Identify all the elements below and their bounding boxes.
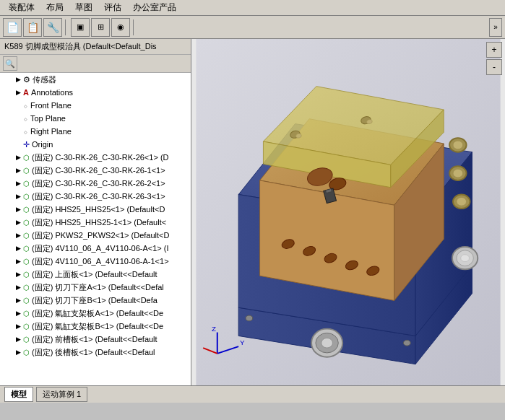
zoom-in-btn[interactable]: +	[486, 42, 502, 58]
comp-label-4: (固定) HHS25_HHS25<1> (Default<D	[32, 204, 165, 215]
expand-c12: ▶	[14, 310, 22, 317]
comp-label-15: (固定) 後槽板<1> (Default<<Defaul	[32, 347, 155, 358]
tree-header: K589 切脚成型模治具 (Default<Default_Dis	[0, 39, 191, 55]
tree-item-origin[interactable]: ✛ Origin	[0, 138, 191, 151]
expand-arrow-5	[14, 128, 22, 135]
model-view[interactable]: Y Z + -	[191, 39, 505, 385]
plane-icon-3: ⬦	[23, 127, 28, 136]
expand-arrow-6	[14, 141, 22, 148]
tree-item-annotations[interactable]: ▶ A Annotations	[0, 86, 191, 99]
comp-icon-0: ⬡	[23, 154, 30, 162]
tree-item-comp-11[interactable]: ▶ ⬡ (固定) 切刀下座B<1> (Default<Defa	[0, 294, 191, 307]
tree-item-comp-8[interactable]: ▶ ⬡ (固定) 4V110_06_A_4V110-06-A-1<1>	[0, 255, 191, 268]
toolbar-btn-6[interactable]: ◉	[111, 18, 130, 37]
comp-icon-1: ⬡	[23, 167, 30, 175]
tree-item-comp-9[interactable]: ▶ ⬡ (固定) 上面板<1> (Default<<Default	[0, 268, 191, 281]
model-svg: Y Z	[191, 39, 505, 385]
toolbar-btn-1[interactable]: 📄	[3, 18, 22, 37]
tree-item-comp-5[interactable]: ▶ ⬡ (固定) HHS25_HHS25-1<1> (Default<	[0, 216, 191, 229]
tree-item-comp-1[interactable]: ▶ ⬡ (固定) C-30-RK-26_C-30-RK-26-1<1>	[0, 164, 191, 177]
tree-label: 传感器	[33, 74, 56, 85]
tree-item-comp-15[interactable]: ▶ ⬡ (固定) 後槽板<1> (Default<<Defaul	[0, 346, 191, 359]
toolbar-separator	[65, 19, 68, 35]
tree-item-comp-4[interactable]: ▶ ⬡ (固定) HHS25_HHS25<1> (Default<D	[0, 203, 191, 216]
expand-arrow-3	[14, 102, 22, 109]
toolbar-btn-4[interactable]: ▣	[71, 18, 90, 37]
tree-item-comp-7[interactable]: ▶ ⬡ (固定) 4V110_06_A_4V110-06-A<1> (I	[0, 242, 191, 255]
menu-office[interactable]: 办公室产品	[127, 0, 182, 15]
comp-label-8: (固定) 4V110_06_A_4V110-06-A-1<1>	[32, 256, 169, 267]
expand-c10: ▶	[14, 284, 22, 291]
expand-c2: ▶	[14, 180, 22, 187]
status-tab-motion[interactable]: 运动算例 1	[36, 387, 87, 402]
comp-icon-10: ⬡	[23, 284, 30, 292]
expand-arrow-4	[14, 115, 22, 122]
tree-item-comp-3[interactable]: ▶ ⬡ (固定) C-30-RK-26_C-30-RK-26-3<1>	[0, 190, 191, 203]
tree-item-right-plane[interactable]: ⬦ Right Plane	[0, 125, 191, 138]
tree-label-4: Top Plane	[30, 114, 66, 123]
expand-c14: ▶	[14, 336, 22, 343]
tree-label-5: Right Plane	[30, 127, 72, 136]
comp-label-11: (固定) 切刀下座B<1> (Default<Defa	[32, 295, 157, 306]
menu-layout[interactable]: 布局	[40, 0, 69, 15]
comp-icon-14: ⬡	[23, 336, 30, 344]
main-area: K589 切脚成型模治具 (Default<Default_Dis 🔍 ▶ ⚙ …	[0, 39, 505, 385]
tree-item-sensors[interactable]: ▶ ⚙ 传感器	[0, 73, 191, 86]
expand-c6: ▶	[14, 232, 22, 239]
toolbar-btn-2[interactable]: 📋	[23, 18, 42, 37]
expand-c9: ▶	[14, 271, 22, 278]
comp-icon-3: ⬡	[23, 193, 30, 201]
expand-arrow: ▶	[14, 76, 22, 83]
comp-label-1: (固定) C-30-RK-26_C-30-RK-26-1<1>	[32, 165, 165, 176]
comp-label-14: (固定) 前槽板<1> (Default<<Default	[32, 334, 157, 345]
plane-icon-1: ⬦	[23, 101, 28, 110]
tree-item-comp-2[interactable]: ▶ ⬡ (固定) C-30-RK-26_C-30-RK-26-2<1>	[0, 177, 191, 190]
tree-item-comp-14[interactable]: ▶ ⬡ (固定) 前槽板<1> (Default<<Default	[0, 333, 191, 346]
tree-item-comp-6[interactable]: ▶ ⬡ (固定) PKWS2_PKWS2<1> (Default<D	[0, 229, 191, 242]
tree-icons-row: 🔍	[0, 55, 191, 73]
expand-c7: ▶	[14, 245, 22, 252]
menu-evaluate[interactable]: 评估	[98, 0, 127, 15]
tree-item-comp-12[interactable]: ▶ ⬡ (固定) 氣缸支架板A<1> (Default<<De	[0, 307, 191, 320]
left-panel: K589 切脚成型模治具 (Default<Default_Dis 🔍 ▶ ⚙ …	[0, 39, 191, 385]
svg-point-29	[457, 197, 467, 206]
svg-point-32	[461, 255, 470, 262]
tree-item-comp-0[interactable]: ▶ ⬡ (固定) C-30-RK-26_C-30-RK-26<1> (D	[0, 151, 191, 164]
menu-sketch[interactable]: 草图	[69, 0, 98, 15]
comp-icon-12: ⬡	[23, 310, 30, 318]
tree-content[interactable]: ▶ ⚙ 传感器 ▶ A Annotations ⬦ Front Plane	[0, 73, 191, 385]
tree-label-3: Front Plane	[30, 101, 72, 110]
expand-c1: ▶	[14, 167, 22, 174]
toolbar-btn-5[interactable]: ⊞	[91, 18, 110, 37]
tree-item-top-plane[interactable]: ⬦ Top Plane	[0, 112, 191, 125]
expand-c11: ▶	[14, 297, 22, 304]
tree-filter-btn[interactable]: 🔍	[3, 56, 17, 71]
tree-item-front-plane[interactable]: ⬦ Front Plane	[0, 99, 191, 112]
expand-c13: ▶	[14, 323, 22, 330]
expand-c3: ▶	[14, 193, 22, 200]
toolbar: 📄 📋 🔧 ▣ ⊞ ◉ »	[0, 16, 505, 39]
comp-icon-8: ⬡	[23, 258, 30, 266]
toolbar-expand-btn[interactable]: »	[489, 18, 502, 37]
menu-assembly[interactable]: 装配体	[3, 0, 40, 15]
svg-point-39	[403, 340, 410, 346]
comp-icon-13: ⬡	[23, 323, 30, 331]
zoom-out-btn[interactable]: -	[486, 59, 502, 75]
tree-item-comp-10[interactable]: ▶ ⬡ (固定) 切刀下座A<1> (Default<<Defal	[0, 281, 191, 294]
comp-label-0: (固定) C-30-RK-26_C-30-RK-26<1> (D	[32, 152, 169, 163]
svg-text:Y: Y	[240, 338, 245, 346]
status-tab-model[interactable]: 模型	[4, 387, 33, 402]
toolbar-btn-3[interactable]: 🔧	[43, 18, 62, 37]
comp-label-10: (固定) 切刀下座A<1> (Default<<Defal	[32, 282, 164, 293]
plane-icon-2: ⬦	[23, 114, 28, 123]
comp-label-3: (固定) C-30-RK-26_C-30-RK-26-3<1>	[32, 191, 165, 202]
view-toolbar: + -	[486, 42, 502, 75]
expand-arrow-2: ▶	[14, 89, 22, 96]
tree-item-comp-13[interactable]: ▶ ⬡ (固定) 氣缸支架板B<1> (Default<<De	[0, 320, 191, 333]
comp-icon-2: ⬡	[23, 180, 30, 188]
comp-icon-9: ⬡	[23, 271, 30, 279]
tree-scroll-area: ▶ ⚙ 传感器 ▶ A Annotations ⬦ Front Plane	[0, 73, 191, 385]
comp-icon-6: ⬡	[23, 232, 30, 240]
tree-label-2: Annotations	[31, 88, 73, 97]
expand-c15: ▶	[14, 349, 22, 356]
